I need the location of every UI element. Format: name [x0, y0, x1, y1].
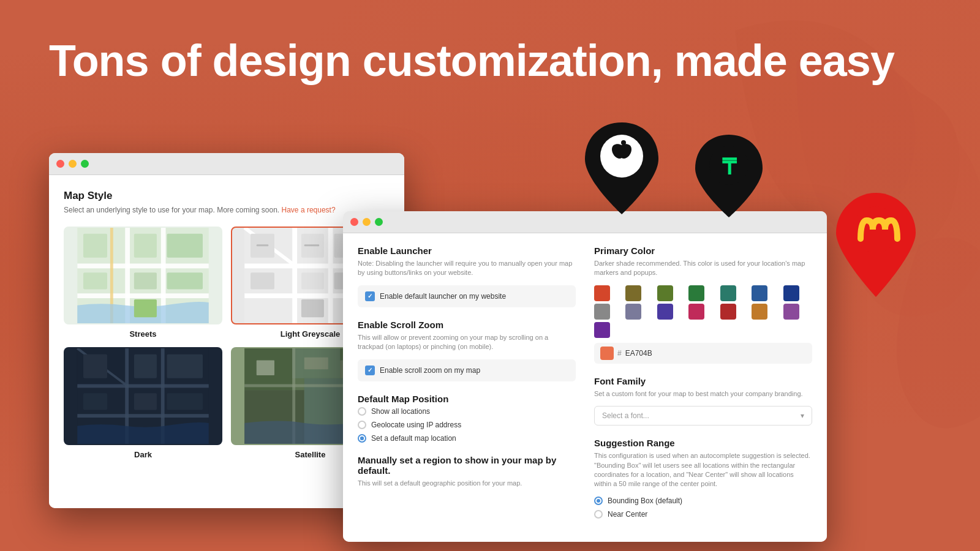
color-swatch[interactable] [625, 304, 641, 320]
radio-bounding-box-label: Bounding Box (default) [608, 497, 682, 505]
svg-rect-33 [77, 414, 209, 418]
color-swatch-grey[interactable] [594, 304, 610, 320]
svg-rect-26 [301, 299, 324, 317]
color-swatch[interactable] [688, 304, 704, 320]
map-style-title: Map Style [64, 190, 390, 202]
svg-rect-15 [292, 228, 297, 323]
color-swatch[interactable] [720, 285, 736, 301]
radio-near-center[interactable]: Near Center [594, 510, 812, 519]
pin-apple [582, 119, 662, 217]
map-label-dark: Dark [134, 450, 152, 459]
suggestion-range-title: Suggestion Range [594, 438, 812, 448]
radio-geolocate-label: Geolocate using IP address [371, 421, 461, 429]
svg-rect-39 [167, 354, 203, 378]
radio-near-center-circle[interactable] [594, 510, 603, 519]
svg-point-53 [621, 140, 626, 145]
color-swatch[interactable] [657, 304, 673, 320]
map-style-grid: Streets [64, 227, 390, 459]
radio-show-all[interactable]: Show all locations [358, 407, 576, 416]
settings-left-col: Enable Launcher Note: Disabling the laun… [358, 246, 576, 531]
traffic-light-green[interactable] [81, 160, 89, 168]
font-family-desc: Set a custom font for your map to best m… [594, 389, 812, 399]
radio-show-all-label: Show all locations [371, 407, 430, 416]
svg-rect-35 [83, 354, 107, 378]
color-swatch[interactable] [657, 285, 673, 301]
map-item-dark[interactable]: Dark [64, 347, 222, 459]
font-family-title: Font Family [594, 376, 812, 386]
color-hash-symbol: # [617, 349, 622, 358]
svg-rect-16 [328, 228, 333, 323]
color-swatch[interactable] [783, 304, 799, 320]
svg-rect-40 [167, 393, 203, 410]
radio-bounding-box-circle[interactable] [594, 497, 603, 505]
svg-rect-13 [134, 299, 157, 317]
map-thumbnail-streets [64, 227, 222, 324]
radio-geolocate-circle[interactable] [358, 421, 366, 429]
svg-rect-28 [304, 244, 319, 246]
color-swatch[interactable] [752, 285, 767, 301]
traffic-light-red[interactable] [56, 160, 64, 168]
radio-set-default-circle[interactable] [358, 434, 366, 443]
enable-scroll-zoom-section: Enable Scroll Zoom This will allow or pr… [358, 320, 576, 381]
font-family-chevron: ▾ [801, 411, 804, 420]
color-swatches-grid [594, 285, 812, 338]
svg-rect-23 [301, 272, 324, 289]
traffic-light-yellow-2[interactable] [363, 218, 371, 226]
svg-text:₸: ₸ [722, 154, 737, 179]
suggestion-range-radio-group: Bounding Box (default) Near Center [594, 497, 812, 519]
font-family-select[interactable]: Select a font... ▾ [594, 406, 812, 425]
radio-bounding-box[interactable]: Bounding Box (default) [594, 497, 812, 505]
enable-launcher-checkbox[interactable] [365, 291, 375, 301]
default-map-position-section: Default Map Position Show all locations … [358, 394, 576, 443]
primary-color-desc: Darker shade recommended. This color is … [594, 259, 812, 278]
enable-scroll-zoom-checkbox-label: Enable scroll zoom on my map [380, 366, 480, 375]
color-swatch[interactable] [783, 285, 799, 301]
svg-rect-12 [167, 272, 203, 289]
svg-rect-4 [77, 264, 209, 269]
browser-titlebar-1 [49, 153, 404, 175]
manually-set-title: Manually set a region to show in your ma… [358, 455, 576, 476]
radio-set-default-label: Set a default map location [371, 434, 456, 443]
color-swatch[interactable] [688, 285, 704, 301]
map-item-streets[interactable]: Streets [64, 227, 222, 339]
enable-launcher-section: Enable Launcher Note: Disabling the laun… [358, 246, 576, 307]
radio-geolocate[interactable]: Geolocate using IP address [358, 421, 576, 429]
font-family-section: Font Family Set a custom font for your m… [594, 376, 812, 425]
color-swatch[interactable] [594, 285, 610, 301]
settings-right-col: Primary Color Darker shade recommended. … [594, 246, 812, 531]
enable-scroll-zoom-desc: This will allow or prevent zooming on yo… [358, 333, 576, 352]
svg-rect-49 [257, 361, 274, 375]
color-preview [600, 347, 614, 360]
svg-rect-50 [304, 358, 328, 370]
enable-launcher-checkbox-row[interactable]: Enable default launcher on my website [358, 285, 576, 307]
enable-scroll-zoom-title: Enable Scroll Zoom [358, 320, 576, 330]
have-request-link[interactable]: Have a request? [282, 206, 336, 214]
svg-rect-9 [83, 272, 107, 289]
svg-rect-36 [134, 354, 157, 378]
color-swatch[interactable] [720, 304, 736, 320]
map-label-greyscale: Light Greyscale [281, 329, 341, 339]
radio-set-default[interactable]: Set a default map location [358, 434, 576, 443]
enable-scroll-zoom-checkbox[interactable] [365, 365, 375, 375]
svg-rect-10 [134, 272, 157, 289]
radio-show-all-circle[interactable] [358, 407, 366, 416]
color-swatch[interactable] [594, 322, 610, 338]
svg-rect-5 [77, 293, 209, 298]
map-position-radio-group: Show all locations Geolocate using IP ad… [358, 407, 576, 443]
traffic-light-red-2[interactable] [350, 218, 358, 226]
color-swatch[interactable] [752, 304, 767, 320]
svg-rect-38 [134, 393, 157, 410]
settings-columns: Enable Launcher Note: Disabling the laun… [358, 246, 812, 530]
radio-near-center-label: Near Center [608, 510, 647, 519]
enable-launcher-desc: Note: Disabling the launcher will requir… [358, 259, 576, 278]
suggestion-range-desc: This configuration is used when an autoc… [594, 451, 812, 489]
svg-rect-32 [77, 384, 209, 388]
traffic-light-green-2[interactable] [375, 218, 383, 226]
color-input-row[interactable]: # EA704B [594, 343, 812, 364]
traffic-light-yellow[interactable] [69, 160, 77, 168]
enable-scroll-zoom-checkbox-row[interactable]: Enable scroll zoom on my map [358, 359, 576, 381]
color-swatch[interactable] [625, 285, 641, 301]
color-hex-value[interactable]: EA704B [625, 349, 652, 358]
manually-set-section: Manually set a region to show in your ma… [358, 455, 576, 488]
svg-rect-11 [167, 234, 203, 258]
